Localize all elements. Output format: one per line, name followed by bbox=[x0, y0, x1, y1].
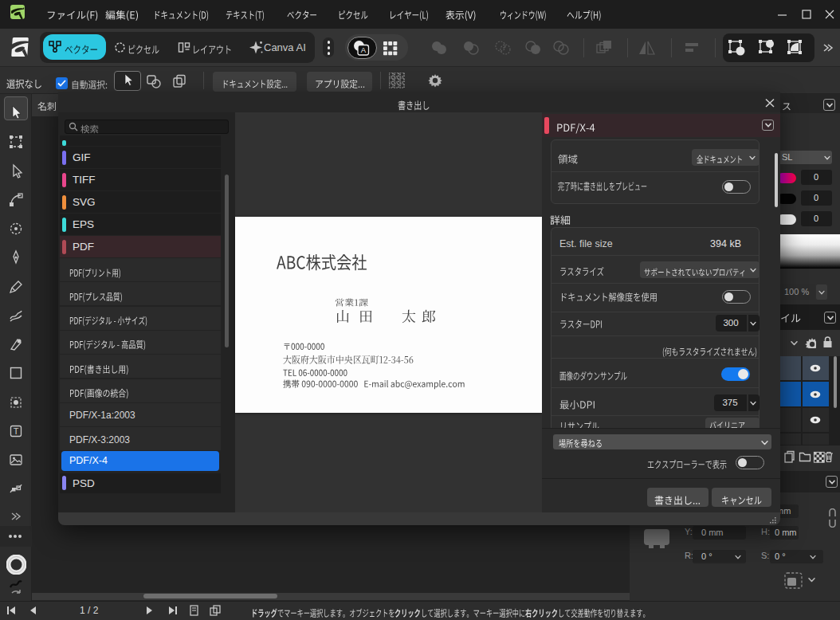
svg-text:A: A bbox=[361, 45, 367, 54]
svg-text:T: T bbox=[14, 426, 19, 436]
